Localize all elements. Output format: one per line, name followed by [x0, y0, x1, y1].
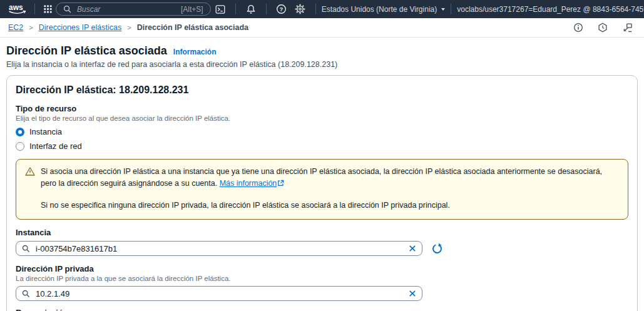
split-panel-icon[interactable] [621, 22, 633, 33]
aws-logo[interactable]: aws [6, 3, 29, 16]
page-title: Dirección IP elástica asociada [6, 44, 167, 58]
resource-type-description: Elija el tipo de recurso al que desea as… [16, 115, 628, 122]
radio-selected-icon[interactable] [16, 128, 24, 136]
topbar-divider [266, 4, 267, 14]
topbar-divider [34, 4, 35, 14]
warning-icon [25, 166, 35, 211]
instance-value-input[interactable] [34, 243, 404, 254]
account-label: voclabs/user3717267=Eduard_Perez @ 8843-… [457, 5, 644, 14]
breadcrumb-link-elastic-ips[interactable]: Direcciones IP elásticas [39, 23, 121, 32]
chevron-down-icon [441, 8, 445, 11]
gear-icon[interactable] [294, 3, 307, 16]
resource-type-label: Tipo de recurso [16, 104, 628, 113]
search-field[interactable] [76, 4, 176, 14]
reassociation-label: Reasociación [16, 308, 628, 311]
bell-icon[interactable] [244, 3, 258, 16]
radio-unselected-icon[interactable] [16, 142, 24, 151]
info-icon[interactable] [573, 22, 584, 33]
top-navigation-bar: aws [Alt+S] [0, 0, 644, 18]
clear-instance-icon[interactable] [409, 245, 416, 252]
radio-option-network-interface[interactable]: Interfaz de red [16, 141, 628, 151]
search-shortcut-hint: [Alt+S] [181, 5, 203, 14]
apps-grid-icon[interactable] [41, 3, 54, 16]
resource-type-group: Tipo de recurso Elija el tipo de recurso… [16, 104, 628, 151]
radio-label: Interfaz de red [29, 141, 82, 151]
topbar-divider [315, 4, 316, 14]
topbar-divider [235, 4, 236, 14]
learn-more-link[interactable]: Más información [220, 179, 277, 188]
search-icon [22, 290, 30, 298]
help-icon[interactable]: ? [275, 3, 289, 16]
page-header: Dirección IP elástica asociada Informaci… [0, 38, 644, 69]
private-ip-value-input[interactable] [34, 288, 404, 299]
warning-text: Si asocia una dirección IP elástica a un… [41, 166, 619, 211]
warning-alert: Si asocia una dirección IP elástica a un… [16, 159, 628, 220]
svg-text:?: ? [280, 6, 284, 13]
private-ip-label: Dirección IP privada [16, 264, 628, 273]
reassociation-field-group: Reasociación Especifique si la dirección… [16, 308, 628, 311]
radio-option-instance[interactable]: Instancia [16, 127, 628, 136]
clear-private-ip-icon[interactable] [409, 290, 416, 297]
svg-text:aws: aws [9, 3, 23, 12]
activity-clock-icon[interactable] [597, 22, 608, 33]
breadcrumb-separator [29, 24, 33, 31]
account-menu[interactable]: voclabs/user3717267=Eduard_Perez @ 8843-… [457, 5, 644, 14]
external-link-icon[interactable] [277, 178, 284, 190]
search-icon [63, 5, 71, 13]
private-ip-description: La dirección IP privada a la que se asoc… [16, 275, 628, 282]
breadcrumb: EC2 Direcciones IP elásticas Dirección I… [8, 23, 248, 32]
breadcrumb-bar: EC2 Direcciones IP elásticas Dirección I… [0, 18, 644, 38]
region-selector[interactable]: Estados Unidos (Norte de Virginia) [322, 5, 446, 14]
instance-field-group: Instancia [16, 228, 628, 256]
search-icon [22, 245, 30, 253]
info-link[interactable]: Información [173, 48, 217, 56]
radio-label: Instancia [29, 127, 62, 136]
breadcrumb-separator [127, 24, 131, 31]
breadcrumb-link-ec2[interactable]: EC2 [8, 23, 23, 32]
region-label: Estados Unidos (Norte de Virginia) [322, 5, 437, 14]
topbar-divider [451, 4, 451, 14]
breadcrumb-current: Dirección IP elástica asociada [137, 23, 248, 32]
refresh-icon[interactable] [431, 242, 444, 255]
cloudshell-icon[interactable] [213, 3, 227, 16]
private-ip-select-input[interactable] [16, 286, 422, 301]
instance-label: Instancia [16, 228, 628, 237]
private-ip-field-group: Dirección IP privada La dirección IP pri… [16, 264, 628, 301]
page-subtitle: Elija la instancia o la interfaz de red … [6, 60, 634, 69]
instance-select-input[interactable] [16, 241, 422, 256]
warning-paragraph-1: Si asocia una dirección IP elástica a un… [41, 167, 602, 188]
warning-paragraph-2: Si no se especifica ninguna dirección IP… [41, 200, 619, 212]
associate-eip-card: Dirección IP elástica: 18.209.128.231 Ti… [6, 75, 638, 311]
card-title: Dirección IP elástica: 18.209.128.231 [16, 84, 628, 96]
global-search-input[interactable]: [Alt+S] [56, 3, 211, 16]
